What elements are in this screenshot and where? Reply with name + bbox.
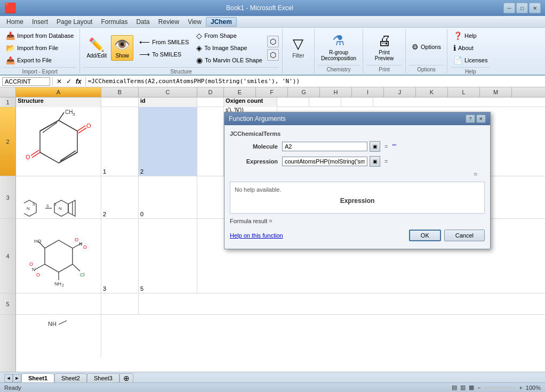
expression-label: Expression — [230, 158, 278, 165]
dialog-title: Function Arguments — [229, 115, 286, 123]
molecule-label: Molecule — [230, 143, 278, 150]
molecule-input[interactable] — [282, 142, 367, 151]
dialog-help-button[interactable]: ? — [466, 115, 475, 123]
formula-result: Formula result = — [230, 218, 485, 224]
minimize-button[interactable]: ─ — [503, 3, 515, 13]
close-button[interactable]: ✕ — [529, 3, 541, 13]
third-equals: = — [472, 171, 479, 177]
help-on-function-link[interactable]: Help on this function — [230, 232, 283, 239]
third-row: = — [230, 171, 485, 177]
expression-input[interactable] — [282, 157, 367, 166]
expression-title: Expression — [235, 197, 480, 205]
ok-button[interactable]: OK — [409, 230, 441, 241]
molecule-ref-button[interactable]: ▣ — [370, 141, 380, 152]
molecule-result: "" — [392, 143, 396, 150]
expression-equals: = — [382, 158, 390, 165]
maximize-button[interactable]: □ — [516, 3, 528, 13]
function-arguments-dialog: Function Arguments ? ✕ JCChemicalTerms M… — [224, 112, 491, 249]
window-title: Book1 - Microsoft Excel — [16, 4, 503, 12]
cancel-button[interactable]: Cancel — [444, 230, 485, 241]
expression-row: Expression ▣ = — [230, 156, 485, 167]
dialog-close-button[interactable]: ✕ — [476, 115, 486, 123]
dialog-overlay: Function Arguments ? ✕ JCChemicalTerms M… — [0, 16, 545, 392]
no-help-text: No help available. — [235, 186, 281, 193]
dialog-footer: Help on this function OK Cancel — [230, 227, 485, 243]
dialog-section-label: JCChemicalTerms — [230, 130, 485, 137]
app-icon: 🟥 — [4, 2, 16, 14]
dialog-help-area: No help available. Expression — [230, 182, 485, 214]
molecule-row: Molecule ▣ = "" — [230, 141, 485, 152]
molecule-equals: = — [382, 143, 390, 150]
dialog-title-bar: Function Arguments ? ✕ — [225, 112, 490, 125]
title-bar: 🟥 Book1 - Microsoft Excel ─ □ ✕ — [0, 0, 545, 16]
expression-ref-button[interactable]: ▣ — [370, 156, 380, 167]
